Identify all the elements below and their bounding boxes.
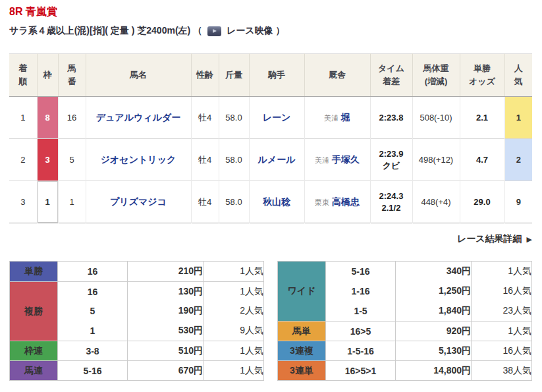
horse-name-link[interactable]: デュアルウィルダー xyxy=(96,112,181,123)
payout-cell: 14,800円 xyxy=(395,360,471,380)
win-odds-cell: 4.7 xyxy=(460,139,504,181)
col-header-win-odds: 単勝 オッズ xyxy=(460,54,504,97)
payout-row-bracket-quinella: 枠連 3-8 510円 1人気 xyxy=(10,341,263,360)
col-header-rank: 着 順 xyxy=(9,54,37,97)
stable-region: 栗東 xyxy=(315,198,329,206)
popularity-cell: 1人気 xyxy=(471,262,531,281)
sex-age-cell: 牡4 xyxy=(191,181,219,223)
payout-cell: 1,250円 xyxy=(395,281,471,301)
popularity-cell: 1人気 xyxy=(203,341,263,360)
horse-weight-cell: 448(+4) xyxy=(412,181,460,223)
bet-type-trio: 3連複 xyxy=(278,341,325,360)
payout-cell: 210円 xyxy=(127,262,203,281)
popularity-cell: 16人気 xyxy=(471,341,531,360)
payout-row-quinella: 馬連 5-16 670円 1人気 xyxy=(10,360,263,380)
sex-age-cell: 牡4 xyxy=(191,139,219,181)
bet-type-bracket-quinella: 枠連 xyxy=(10,341,57,360)
col-header-stable: 厩舎 xyxy=(304,54,370,97)
combo-cell: 16>5 xyxy=(325,321,395,341)
payout-cell: 5,130円 xyxy=(395,341,471,360)
race-detail-link[interactable]: レース結果詳細▶ xyxy=(457,233,532,244)
jockey-link[interactable]: 秋山稔 xyxy=(263,196,290,207)
time-margin-cell: 2:23.9クビ xyxy=(370,139,412,181)
payout-cell: 920円 xyxy=(395,321,471,341)
popularity-cell: 38人気 xyxy=(471,360,531,380)
win-odds-cell: 2.1 xyxy=(460,97,504,139)
jockey-cell: 秋山稔 xyxy=(249,181,304,223)
payout-cell: 510円 xyxy=(127,341,203,360)
payout-cell: 340円 xyxy=(395,262,471,281)
col-header-popularity: 人 気 xyxy=(504,54,532,97)
race-conditions: サラ系４歳以上(混)[指]( 定量 ) 芝2400m(左) （ レース映像 ） xyxy=(9,25,533,37)
payout-row-place: 複勝 16 130円 1人気 xyxy=(10,281,263,301)
stable-cell: 美浦堀 xyxy=(304,97,370,139)
load-weight-cell: 58.0 xyxy=(219,97,249,139)
combo-cell: 5 xyxy=(57,301,127,321)
frame-number-cell: 8 xyxy=(37,97,58,139)
payout-table-right: ワイド 5-16 340円 1人気 1-16 1,250円 16人気 1-5 1… xyxy=(277,261,532,381)
combo-cell: 16 xyxy=(57,262,127,281)
race-result-page: 8R 青嵐賞 サラ系４歳以上(混)[指]( 定量 ) 芝2400m(左) （ レ… xyxy=(0,0,542,381)
time-margin-cell: 2:24.32.1/2 xyxy=(370,181,412,223)
trainer-link[interactable]: 手塚久 xyxy=(332,154,360,165)
combo-cell: 1-5 xyxy=(325,301,395,321)
bet-type-trifecta: 3連単 xyxy=(278,360,325,380)
jockey-link[interactable]: ルメール xyxy=(258,154,296,165)
bet-type-quinella: 馬連 xyxy=(10,360,57,380)
time-margin-cell: 2:23.8 xyxy=(370,97,412,139)
result-row-3: 3 1 1 プリズマジコ 牡4 58.0 秋山稔 栗東高橋忠 2:24.32.1… xyxy=(9,181,532,223)
combo-cell: 1-5-16 xyxy=(325,341,395,360)
popularity-cell: 1人気 xyxy=(203,262,263,281)
bet-type-place: 複勝 xyxy=(10,281,57,341)
combo-cell: 5-16 xyxy=(57,360,127,380)
horse-weight-cell: 498(+12) xyxy=(412,139,460,181)
payout-cell: 530円 xyxy=(127,321,203,341)
payout-table-left: 単勝 16 210円 1人気 複勝 16 130円 1人気 5 190円 2人気… xyxy=(9,261,264,381)
result-row-2: 2 3 5 ジオセントリック 牡4 58.0 ルメール 美浦手塚久 2:23.9… xyxy=(9,139,532,181)
col-header-horse-number: 馬 番 xyxy=(58,54,86,97)
race-detail-label: レース結果詳細 xyxy=(457,233,522,244)
load-weight-cell: 58.0 xyxy=(219,181,249,223)
trainer-link[interactable]: 高橋忠 xyxy=(332,196,360,207)
popularity-cell: 1人気 xyxy=(203,281,263,301)
popularity-cell: 2人気 xyxy=(203,301,263,321)
payout-row-trifecta: 3連単 16>5>1 14,800円 38人気 xyxy=(278,360,531,380)
popularity-cell: 9人気 xyxy=(203,321,263,341)
trainer-link[interactable]: 堀 xyxy=(341,112,350,123)
jockey-link[interactable]: レーン xyxy=(263,112,291,123)
popularity-cell: 23人気 xyxy=(471,301,531,321)
horse-name-link[interactable]: プリズマジコ xyxy=(110,196,167,207)
horse-number-cell: 1 xyxy=(58,181,86,223)
popularity-cell: 9 xyxy=(504,181,532,223)
payout-section: 単勝 16 210円 1人気 複勝 16 130円 1人気 5 190円 2人気… xyxy=(9,261,532,381)
sex-age-cell: 牡4 xyxy=(191,97,219,139)
col-header-horse-name: 馬名 xyxy=(86,54,191,97)
video-icon xyxy=(207,26,221,36)
horse-name-link[interactable]: ジオセントリック xyxy=(101,154,176,165)
horse-name-cell: デュアルウィルダー xyxy=(86,97,191,139)
payout-row-trio: 3連複 1-5-16 5,130円 16人気 xyxy=(278,341,531,360)
col-header-load: 斤量 xyxy=(219,54,249,97)
stable-cell: 美浦手塚久 xyxy=(304,139,370,181)
finish-time: 2:24.3 xyxy=(371,190,412,202)
horse-name-cell: ジオセントリック xyxy=(86,139,191,181)
bet-type-win: 単勝 xyxy=(10,262,57,281)
win-odds-cell: 29.0 xyxy=(460,181,504,223)
frame-number-cell: 3 xyxy=(37,139,58,181)
payout-cell: 1,840円 xyxy=(395,301,471,321)
payout-cell: 670円 xyxy=(127,360,203,380)
stable-cell: 栗東高橋忠 xyxy=(304,181,370,223)
finish-time: 2:23.8 xyxy=(371,112,412,124)
horse-name-cell: プリズマジコ xyxy=(86,181,191,223)
payout-row-exacta: 馬単 16>5 920円 1人気 xyxy=(278,321,531,341)
race-video-link[interactable]: レース映像 xyxy=(227,25,273,36)
col-header-sex-age: 性齢 xyxy=(191,54,219,97)
detail-link-row: レース結果詳細▶ xyxy=(9,233,532,247)
popularity-cell: 1 xyxy=(504,97,532,139)
rank-cell: 3 xyxy=(9,181,37,223)
rank-cell: 2 xyxy=(9,139,37,181)
load-weight-cell: 58.0 xyxy=(219,139,249,181)
popularity-cell: 2 xyxy=(504,139,532,181)
combo-cell: 1 xyxy=(57,321,127,341)
combo-cell: 16>5>1 xyxy=(325,360,395,380)
